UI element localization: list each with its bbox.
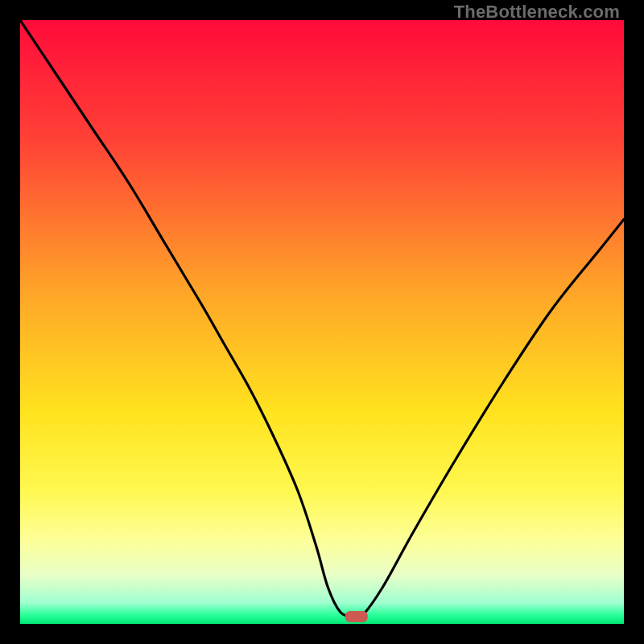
bottleneck-chart (20, 20, 624, 624)
optimal-point-marker (345, 611, 368, 622)
gradient-background (20, 20, 624, 624)
chart-frame (20, 20, 624, 624)
watermark-text: TheBottleneck.com (454, 2, 620, 23)
